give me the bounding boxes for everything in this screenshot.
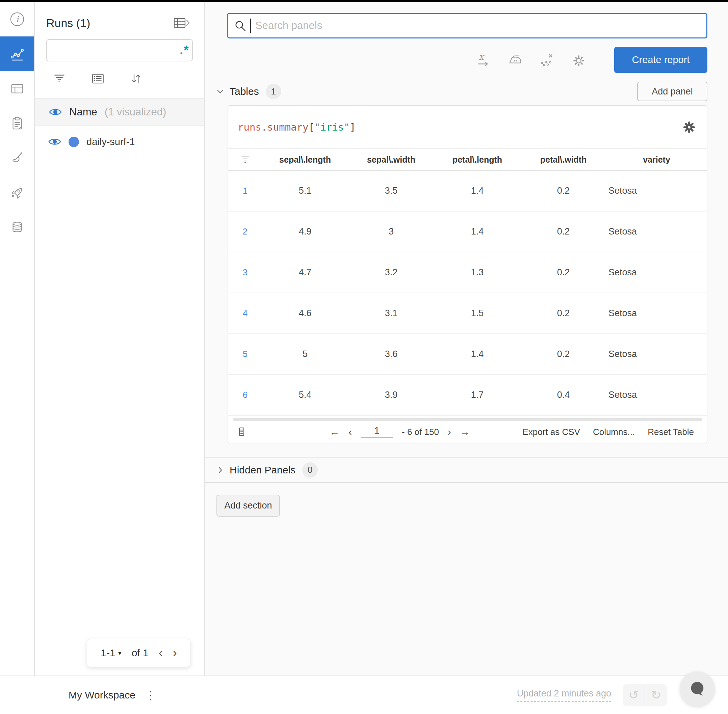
table-row: 2 4.9 3 1.4 0.2 Setosa: [228, 212, 707, 252]
row-index-link[interactable]: 2: [228, 226, 262, 237]
run-row[interactable]: daily-surf-1: [35, 126, 204, 157]
expression-dot: .: [261, 122, 267, 133]
cell-sepal-length: 4.7: [262, 267, 348, 278]
x-axis-settings-button[interactable]: x: [476, 52, 491, 68]
panel-search-input[interactable]: [255, 20, 700, 32]
cell-sepal-width: 3.1: [348, 308, 434, 318]
expression-quote-close: ": [344, 122, 349, 133]
cell-sepal-length: 4.6: [262, 308, 348, 318]
reset-table-button[interactable]: Reset Table: [648, 427, 694, 437]
cell-petal-length: 1.7: [434, 390, 520, 400]
expand-runs-table-icon[interactable]: [173, 15, 191, 31]
row-index-link[interactable]: 5: [228, 349, 262, 359]
next-page-button[interactable]: ›: [173, 648, 177, 658]
panel-grid-icon: [9, 81, 25, 96]
cell-petal-length: 1.4: [434, 186, 520, 196]
workspace-name-label[interactable]: My Workspace: [69, 689, 135, 701]
redo-button[interactable]: ↻: [645, 684, 667, 706]
rail-item-artifacts[interactable]: [0, 210, 34, 245]
first-page-button[interactable]: ←: [329, 426, 340, 438]
rail-item-workspace-charts[interactable]: [0, 36, 34, 71]
workspace-actions-row: x: [227, 47, 707, 73]
column-header[interactable]: petal\.width: [520, 155, 606, 165]
row-index-link[interactable]: 6: [228, 390, 262, 400]
smoothing-settings-button[interactable]: [507, 52, 523, 68]
cell-variety: Setosa: [606, 390, 707, 400]
rail-item-launch[interactable]: [0, 176, 34, 210]
page-range-dropdown[interactable]: 1-1 ▾: [101, 647, 121, 658]
column-header[interactable]: variety: [606, 155, 707, 165]
wandb-workspace-screen: i: [0, 0, 728, 714]
updated-timestamp[interactable]: Updated 2 minutes ago: [517, 688, 611, 702]
run-name-label: daily-surf-1: [86, 136, 135, 147]
hidden-panels-label[interactable]: Hidden Panels: [230, 464, 295, 476]
rail-item-panel-grid[interactable]: [0, 71, 34, 106]
cell-variety: Setosa: [606, 267, 707, 278]
eye-visible-icon[interactable]: [48, 137, 61, 147]
table-panel-header: runs.summary["iris"]: [228, 106, 707, 149]
prev-page-button[interactable]: ‹: [159, 648, 163, 658]
page-range-label: 1-1: [101, 647, 115, 658]
eye-visible-icon[interactable]: [49, 107, 62, 117]
panel-expression[interactable]: runs.summary["iris"]: [238, 122, 356, 133]
page-number-input[interactable]: [361, 426, 393, 438]
cell-petal-width: 0.2: [520, 308, 606, 318]
chat-support-button[interactable]: [680, 672, 715, 706]
undo-redo-group: ↺ ↻: [623, 684, 667, 706]
columns-button[interactable]: Columns...: [593, 427, 635, 437]
add-panel-button[interactable]: Add panel: [637, 82, 707, 101]
tables-section-label[interactable]: Tables: [230, 86, 259, 97]
sort-runs-button[interactable]: [129, 72, 143, 86]
rail-item-sweeps[interactable]: [0, 141, 34, 176]
expression-bracket-close: ]: [350, 122, 356, 133]
chevron-right-icon[interactable]: [216, 466, 224, 474]
column-header[interactable]: petal\.length: [434, 155, 520, 165]
rail-item-overview[interactable]: i: [0, 2, 34, 36]
prev-page-button[interactable]: ‹: [349, 426, 352, 438]
run-search-box[interactable]: .*: [46, 39, 193, 62]
export-csv-button[interactable]: Export as CSV: [522, 427, 580, 437]
create-report-button[interactable]: Create report: [614, 47, 707, 73]
run-search-input[interactable]: [52, 45, 180, 56]
run-color-dot: [69, 136, 79, 147]
row-index-link[interactable]: 1: [228, 186, 262, 196]
hidden-panels-section-header: Hidden Panels 0: [205, 457, 728, 483]
expression-obj: runs: [238, 122, 261, 133]
workspace-settings-button[interactable]: [571, 52, 587, 68]
filter-runs-button[interactable]: [52, 72, 66, 86]
outliers-settings-button[interactable]: [539, 52, 555, 68]
cell-sepal-width: 3.2: [348, 267, 434, 278]
expression-quote-open: ": [314, 122, 320, 133]
expression-bracket-open: [: [308, 122, 314, 133]
runs-column-header[interactable]: Name (1 visualized): [35, 98, 204, 126]
cell-petal-length: 1.4: [434, 226, 520, 237]
info-icon: i: [9, 12, 25, 27]
row-index-link[interactable]: 4: [228, 308, 262, 318]
cell-sepal-length: 5: [262, 349, 348, 359]
tables-section-header: Tables 1 Add panel: [216, 82, 707, 101]
cell-sepal-width: 3.9: [348, 390, 434, 400]
cell-sepal-length: 4.9: [262, 226, 348, 237]
column-header[interactable]: sepal\.length: [262, 155, 348, 165]
bottom-bar: My Workspace ⋮ Updated 2 minutes ago ↺ ↻: [0, 675, 728, 714]
last-page-button[interactable]: →: [460, 426, 470, 438]
panel-search-box[interactable]: [227, 13, 707, 39]
row-height-icon[interactable]: [238, 427, 245, 437]
display-settings-button[interactable]: [91, 72, 105, 86]
panel-settings-button[interactable]: [683, 120, 696, 134]
table-filter-button[interactable]: [228, 155, 262, 164]
undo-button[interactable]: ↺: [623, 684, 645, 706]
add-section-button[interactable]: Add section: [217, 495, 280, 517]
next-page-button[interactable]: ›: [448, 426, 451, 438]
table-row: 1 5.1 3.5 1.4 0.2 Setosa: [228, 171, 707, 212]
table-header-row: sepal\.length sepal\.width petal\.length…: [228, 149, 707, 171]
table-pager: ← ‹ - 6 of 150 › →: [329, 426, 470, 438]
rail-item-notes[interactable]: [0, 106, 34, 141]
x-axis-icon: x: [476, 52, 491, 68]
column-header[interactable]: sepal\.width: [348, 155, 434, 165]
kebab-menu-icon[interactable]: ⋮: [145, 689, 156, 701]
regex-toggle[interactable]: .*: [180, 47, 190, 54]
chevron-down-icon[interactable]: [216, 87, 224, 96]
row-index-link[interactable]: 3: [228, 267, 262, 278]
horizontal-scrollbar[interactable]: [233, 418, 702, 421]
